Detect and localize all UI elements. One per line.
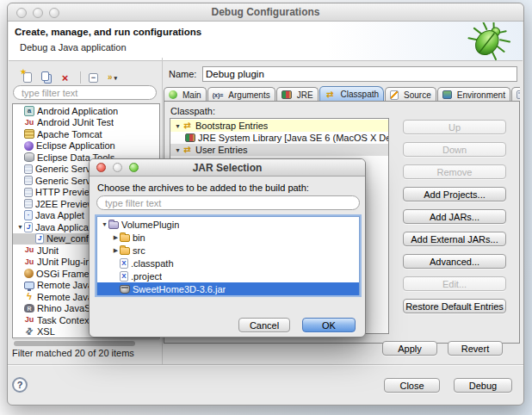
tab-label: Classpath <box>341 90 379 99</box>
remote-java-icon <box>24 282 34 289</box>
chevron-right-icon[interactable]: ▶ <box>112 234 120 241</box>
ok-button[interactable]: OK <box>302 318 356 332</box>
server-icon <box>24 188 33 197</box>
sidebar-filter-input[interactable] <box>13 85 157 100</box>
chevron-down-icon[interactable]: ▼ <box>174 147 182 153</box>
archive-item-sweethome3d-3-6-jar[interactable]: SweetHome3D-3.6.jar <box>97 282 359 295</box>
classpath-item-user-entries[interactable]: ▼User Entries <box>170 144 388 156</box>
remote-flash-icon <box>24 292 34 302</box>
args-icon <box>213 90 224 100</box>
server-icon <box>24 164 33 174</box>
edit-button: Edit... <box>403 276 506 291</box>
dialog-close-button[interactable] <box>96 163 106 172</box>
java-app-icon <box>35 233 44 244</box>
java-app-icon <box>24 222 33 232</box>
android-app-icon <box>24 106 34 116</box>
sidebar-item-eclipse-application[interactable]: Eclipse Application <box>13 140 159 152</box>
classpath-item-bootstrap-entries[interactable]: ▼Bootstrap Entries <box>170 120 388 132</box>
close-window-button[interactable]: Close <box>384 378 440 393</box>
sidebar-item-apache-tomcat[interactable]: Apache Tomcat <box>13 128 159 140</box>
window-titlebar[interactable]: Debug Configurations <box>8 3 523 22</box>
classpath-item-jre-system-library-java-se-6-macos-x-default[interactable]: JRE System Library [Java SE 6 (MacOS X D… <box>170 132 388 144</box>
filter-menu-icon <box>108 72 118 83</box>
advanced-button[interactable]: Advanced... <box>403 254 506 269</box>
chevron-down-icon[interactable]: ▼ <box>174 123 182 129</box>
dialog-minimize-button[interactable] <box>113 163 122 172</box>
dialog-filter-input[interactable] <box>96 195 360 210</box>
filter-menu-button[interactable] <box>106 71 121 84</box>
chevron-right-icon[interactable]: ▶ <box>112 247 120 254</box>
xsl-icon <box>24 326 34 337</box>
name-input[interactable] <box>202 66 517 82</box>
tab-jre[interactable]: JRE <box>276 87 319 102</box>
remove-button: Remove <box>403 164 506 179</box>
collapse-all-button[interactable] <box>87 71 102 84</box>
duplicate-config-button[interactable] <box>40 71 55 84</box>
wizard-header: Create, manage, and run configurations D… <box>9 22 523 61</box>
tab-label: Arguments <box>228 90 269 100</box>
scrollbar-thumb[interactable] <box>14 341 135 346</box>
jre-icon <box>281 90 292 99</box>
sidebar-item-label: HTTP Preview <box>35 187 96 197</box>
rhino-icon <box>24 304 34 313</box>
sidebar-item-label: Apache Tomcat <box>37 129 102 139</box>
classpath-item-label: JRE System Library [Java SE 6 (MacOS X D… <box>198 133 388 143</box>
classpath-icon <box>325 90 336 100</box>
sidebar-item-android-application[interactable]: Android Application <box>13 105 159 117</box>
android-junit-icon <box>24 117 34 127</box>
duplicate-config-icon <box>41 71 49 81</box>
new-config-button[interactable] <box>21 71 36 84</box>
chevron-down-icon[interactable]: ▼ <box>16 224 24 230</box>
chevron-down-icon[interactable]: ▼ <box>101 221 108 227</box>
archive-item-project[interactable]: .project <box>97 269 359 282</box>
archive-item-volumeplugin[interactable]: ▼VolumePlugin <box>97 218 359 231</box>
add-external-jars-button[interactable]: Add External JARs... <box>403 232 506 246</box>
revert-button[interactable]: Revert <box>448 341 503 356</box>
junit-icon <box>24 245 34 256</box>
sidebar-horizontal-scrollbar[interactable] <box>13 339 159 346</box>
add-jars-button[interactable]: Add JARs... <box>403 209 506 224</box>
classpath-buttons-column: UpDownRemoveAdd Projects...Add JARs...Ad… <box>403 120 506 313</box>
tab-arguments[interactable]: Arguments <box>207 87 275 102</box>
close-button[interactable] <box>16 8 27 18</box>
tab-source[interactable]: Source <box>385 87 436 102</box>
sidebar-item-android-junit-test[interactable]: Android JUnit Test <box>13 117 159 129</box>
new-config-icon <box>23 72 32 83</box>
delete-config-button[interactable] <box>59 71 74 84</box>
name-label: Name: <box>169 69 196 79</box>
osgi-icon <box>24 269 34 278</box>
add-projects-button[interactable]: Add Projects... <box>403 187 506 201</box>
cancel-button[interactable]: Cancel <box>238 318 290 332</box>
tab-classpath[interactable]: Classpath <box>319 86 384 102</box>
archive-item-label: .project <box>131 271 162 282</box>
datatools-icon <box>24 152 34 162</box>
archive-tree[interactable]: ▼VolumePlugin▶bin▶src.classpath.projectS… <box>96 216 360 295</box>
archive-item-src[interactable]: ▶src <box>97 244 359 257</box>
tab-label: Source <box>404 90 431 100</box>
tab-main[interactable]: Main <box>164 87 207 102</box>
window-title: Debug Configurations <box>8 3 523 22</box>
tab-environment[interactable]: Environment <box>437 87 510 102</box>
apply-button[interactable]: Apply <box>382 341 437 356</box>
tab-label: Main <box>182 90 201 100</box>
dialog-titlebar[interactable]: JAR Selection <box>90 159 365 177</box>
restore-default-entries-button[interactable]: Restore Default Entries <box>403 299 506 313</box>
minimize-button[interactable] <box>33 8 43 18</box>
common-icon <box>517 90 520 99</box>
zoom-button[interactable] <box>49 8 59 18</box>
tab-label: JRE <box>297 90 313 100</box>
dialog-zoom-button[interactable] <box>129 163 139 172</box>
jar-icon <box>120 285 130 294</box>
sidebar-item-label: J2EE Preview <box>35 199 94 209</box>
archive-item-classpath[interactable]: .classpath <box>97 257 359 269</box>
sidebar-item-label: Eclipse Application <box>36 140 115 151</box>
tab-common[interactable]: Common <box>511 87 520 102</box>
sidebar-item-label: JUnit <box>37 245 59 256</box>
help-button[interactable]: ? <box>12 377 28 393</box>
eclipse-app-icon <box>24 141 34 151</box>
debug-button[interactable]: Debug <box>454 378 512 393</box>
tab-label: Environment <box>457 90 505 100</box>
sidebar-item-label: Android Application <box>37 106 118 116</box>
archive-item-label: bin <box>133 232 145 243</box>
archive-item-bin[interactable]: ▶bin <box>97 231 359 244</box>
